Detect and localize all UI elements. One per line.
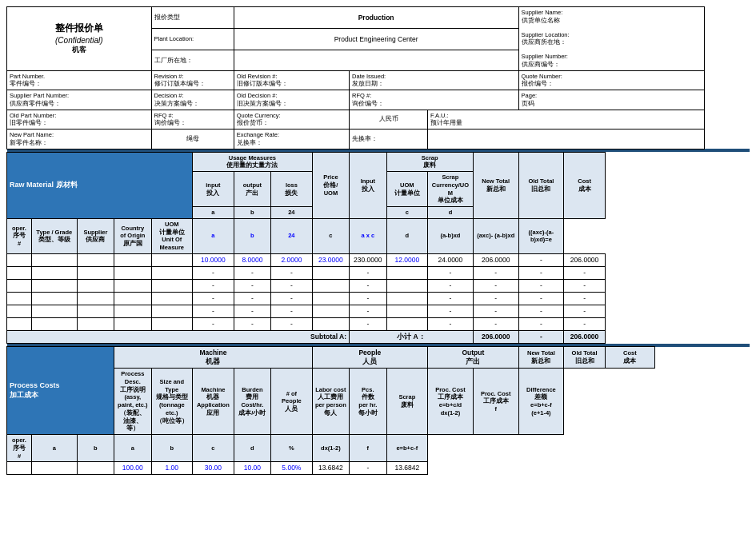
subtotal-label: Subtotal A: [7, 331, 350, 344]
r5c2 [31, 305, 77, 317]
proc-r1-scrap: 5.00% [271, 462, 313, 475]
r3c9 [312, 279, 349, 292]
r6c2 [31, 317, 77, 330]
raw-row1-country [114, 253, 151, 266]
col-output-val-label: b [234, 218, 270, 253]
r3c13: - [473, 279, 518, 292]
r5c9 [312, 305, 349, 317]
r5c12: - [428, 305, 474, 317]
factory-label: 工厂所在地： [151, 50, 234, 70]
raw-data-row-1: 10.0000 8.0000 2.0000 23.0000 230.0000 1… [7, 253, 750, 266]
col-oper-label: oper. 序号 # [7, 218, 32, 253]
r5c15: - [564, 305, 606, 317]
col-matl-old-formula: (axc)- (a-b)xd [473, 218, 518, 253]
proc-new-total-header: New Total 新总和 [518, 347, 564, 369]
raw-row1-uom2: 23.0000 [312, 253, 349, 266]
r4c5 [151, 292, 193, 305]
r3c7: - [234, 279, 270, 292]
main-table: 整件报价单 (Confidential) 机客 报价类型 Production … [6, 6, 750, 475]
new-total-header: New Total 新总和 [473, 152, 518, 218]
r6c12: - [428, 317, 474, 330]
proc-r1-diff: 13.6842 [386, 462, 428, 475]
people-header: People 人员 [312, 347, 427, 369]
raw-row1-uom [151, 253, 193, 266]
r5c8: - [271, 305, 313, 317]
col-proc-diff: Difference 差额 e=b+c-f (e+1-4) [518, 369, 564, 435]
subtotal-cn: 小计 A： [350, 331, 474, 344]
old-total-header: Old Total 旧总和 [518, 152, 564, 218]
col-proc-new: Proc. Cost 工序成本 e=b+c/d dx(1-2) [428, 369, 474, 435]
revision-cell: Revision #: 修订订版本编号： [151, 70, 234, 90]
r4c9 [312, 292, 349, 305]
proc-r1-new: 13.6842 [312, 462, 349, 475]
col-axc-label: a x c [350, 218, 386, 253]
supplier-name-cn: 供货单位名称 [522, 17, 702, 25]
col-burden: Burden 费用 Cost/hr. 成本/小时 [234, 369, 270, 435]
r4c8: - [271, 292, 313, 305]
company-machine: 机客 [10, 46, 149, 54]
r5c11 [386, 305, 428, 317]
subtotal-matl-new: 206.0000 [473, 331, 518, 344]
col-uom2-val-label: c [312, 218, 349, 253]
r2c2 [31, 266, 77, 279]
col-output-b: b [234, 207, 270, 219]
r6c8: - [271, 317, 313, 330]
rfq-cell: RFQ #: 询价编号： [350, 90, 518, 110]
page-container: 整件报价单 (Confidential) 机客 报价类型 Production … [0, 0, 756, 481]
col-input-val-label: a [193, 218, 234, 253]
quote-type-value-cell: Production [234, 7, 518, 29]
r3c8: - [271, 279, 313, 292]
r3c15: - [564, 279, 606, 292]
part-row-1: Part Number. 零件编号： Revision #: 修订订版本编号： … [7, 70, 750, 90]
raw-data-row-3: --- -- --- [7, 279, 750, 292]
r3c5 [151, 279, 193, 292]
proc-col-diff-formula: e=b+c-f [386, 435, 428, 462]
header-row-1: 整件报价单 (Confidential) 机客 报价类型 Production … [7, 7, 750, 29]
raw-row1-loss: 2.0000 [271, 253, 313, 266]
r5c14: - [518, 305, 564, 317]
col-loss-header: loss 损失 [271, 172, 313, 207]
decision-cell: Decision #: 决策方案编号： [151, 90, 234, 110]
proc-col-labor-val: c [193, 435, 234, 462]
r6c7: - [234, 317, 270, 330]
col-input-header: input 投入 [193, 172, 234, 207]
process-col-labels: oper. 序号 # a b a b c d % dx(1-2) f e=b+c… [7, 435, 750, 462]
r2c14: - [518, 266, 564, 279]
r6c10: - [350, 317, 386, 330]
r2c3 [77, 266, 114, 279]
quote-type-label-cell: 报价类型 [151, 7, 234, 29]
subtotal-matl-old: - [518, 331, 564, 344]
proc-r1-people: 1.00 [151, 462, 193, 475]
r2c10: - [350, 266, 386, 279]
part-row-2: Supplier Part Number: 供应商零件编号： Decision … [7, 90, 750, 110]
r5c7: - [234, 305, 270, 317]
r4c4 [114, 292, 151, 305]
supplier-name-label: Supplier Name: [522, 9, 702, 17]
r5c1 [7, 305, 32, 317]
raw-data-row-2: --- -- --- [7, 266, 750, 279]
quote-currency-cell: Quote Currency: 报价货币： [234, 110, 349, 130]
r4c3 [77, 292, 114, 305]
col-loss-24: 24 [271, 207, 313, 219]
r2c5 [151, 266, 193, 279]
r6c13: - [473, 317, 518, 330]
col-process-desc: Process Desc. 工序说明 (assy, paint, etc.) （… [114, 369, 151, 435]
r6c14: - [518, 317, 564, 330]
proc-r1-old: - [350, 462, 386, 475]
r2c9 [312, 266, 349, 279]
new-part-value: 绳母 [151, 130, 234, 149]
col-country-label: Country of Origin 原产国 [114, 218, 151, 253]
col-scrap-d: d [428, 207, 474, 219]
new-part-cell: New Part Name: 新零件名称： [7, 130, 152, 149]
col-scrap-currency-label: d [386, 218, 428, 253]
r3c12: - [428, 279, 474, 292]
proc-col-b: b [77, 435, 114, 462]
raw-row1-input: 10.0000 [193, 253, 234, 266]
raw-row1-supplier [77, 253, 114, 266]
proc-col-a: a [31, 435, 77, 462]
raw-row1-oper [7, 253, 32, 266]
raw-row1-output: 8.0000 [234, 253, 270, 266]
process-costs-title: Process Costs 加工成本 [7, 347, 114, 435]
usage-measures-header: Usage Measures 使用量的丈量方法 [193, 152, 313, 172]
r2c1 [7, 266, 32, 279]
